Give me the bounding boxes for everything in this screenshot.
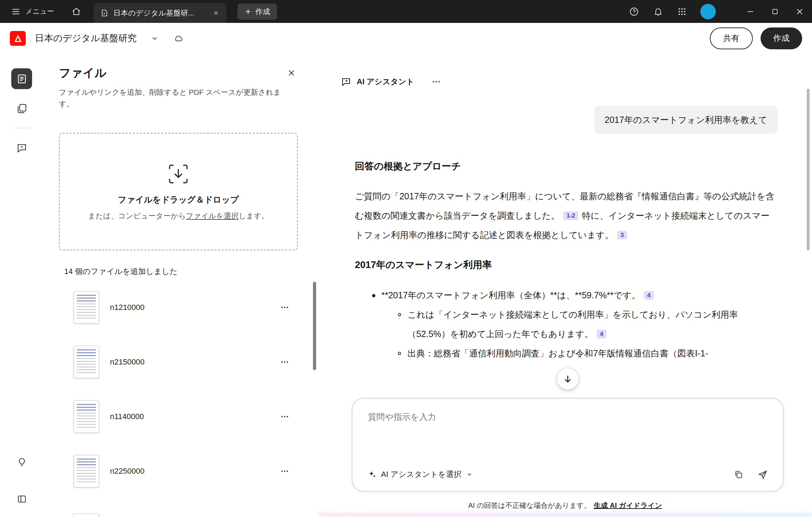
copy-icon xyxy=(734,470,743,479)
titlebar: メニュー 日本のデジタル基盤研... 作成 xyxy=(0,0,812,23)
file-row[interactable]: n2250000 xyxy=(59,444,298,498)
citation-badge[interactable]: 4 xyxy=(644,291,653,300)
select-file-link[interactable]: ファイルを選択 xyxy=(186,212,238,220)
send-button[interactable] xyxy=(756,468,769,481)
citation-badge[interactable]: 1-2 xyxy=(563,211,578,220)
ai-assistant-icon xyxy=(341,76,351,87)
notifications-button[interactable] xyxy=(652,0,664,23)
prompt-actions xyxy=(732,468,769,481)
files-icon xyxy=(16,73,27,85)
files-panel: ファイル ファイルやリンクを追加、削除すると PDF スペースが更新されます。 … xyxy=(43,54,318,517)
assistant-more-button[interactable] xyxy=(429,75,443,89)
citation-badge[interactable]: 3 xyxy=(617,231,627,239)
file-thumbnail xyxy=(74,513,99,517)
ai-assistant-label: AI アシスタント xyxy=(357,76,414,87)
help-button[interactable] xyxy=(628,0,640,23)
ai-guidelines-link[interactable]: 生成 AI ガイドライン xyxy=(594,502,662,509)
close-icon xyxy=(795,7,804,16)
window-close-button[interactable] xyxy=(787,0,812,23)
home-icon xyxy=(72,7,81,16)
document-toolbar: 日本のデジタル基盤研究 共有 作成 xyxy=(0,23,812,54)
files-panel-header: ファイル xyxy=(59,65,298,81)
panel-toggle-icon xyxy=(17,494,27,504)
chat-transcript: 2017年のスマートフォン利用率を教えて 回答の根拠とアプローチ ご質問の「20… xyxy=(355,106,778,363)
answer-sub-bullet-text: 出典：総務省「通信利用動向調査」および令和7年版情報通信白書（図表Ⅰ-1- xyxy=(407,348,708,358)
menu-button[interactable]: メニュー xyxy=(8,0,57,23)
file-name: n2150000 xyxy=(110,357,144,367)
file-name: n1210000 xyxy=(110,303,144,312)
bullet-marker xyxy=(372,294,375,297)
more-dots-icon xyxy=(280,412,289,421)
home-button[interactable] xyxy=(68,0,85,23)
answer-bullet-list: **2017年のスマートフォン利用率（全体）**は、**59.7%**です。4 … xyxy=(355,286,778,363)
apps-grid-button[interactable] xyxy=(676,0,688,23)
file-thumbnail xyxy=(74,455,99,487)
titlebar-right-cluster xyxy=(628,0,812,23)
files-panel-scrollbar[interactable] xyxy=(313,282,316,370)
dropzone-sub-suffix: します。 xyxy=(239,212,269,220)
files-panel-title: ファイル xyxy=(59,65,106,81)
document-tab[interactable]: 日本のデジタル基盤研... xyxy=(94,3,226,23)
file-row[interactable]: n1210000 xyxy=(59,280,298,335)
answer-bullet-main-text: **2017年のスマートフォン利用率（全体）**は、**59.7%**です。 xyxy=(381,290,640,300)
tab-close-button[interactable] xyxy=(211,8,221,18)
main-scrollbar[interactable] xyxy=(807,89,810,250)
new-tab-label: 作成 xyxy=(255,7,270,17)
maximize-icon xyxy=(771,8,779,15)
create-label: 作成 xyxy=(773,33,789,44)
share-button[interactable]: 共有 xyxy=(710,27,753,49)
citation-badge[interactable]: 4 xyxy=(597,330,606,338)
file-list: n1210000 n2150000 n1140000 xyxy=(59,280,298,498)
rail-pages-button[interactable] xyxy=(11,98,32,119)
pages-icon xyxy=(16,103,27,114)
copy-prompt-button[interactable] xyxy=(732,468,745,481)
file-dropzone[interactable]: ファイルをドラッグ＆ドロップ または、コンピューターからファイルを選択します。 xyxy=(59,133,298,250)
window-maximize-button[interactable] xyxy=(763,0,787,23)
answer-heading-rate: 2017年のスマートフォン利用率 xyxy=(355,258,778,272)
more-dots-icon xyxy=(431,77,441,87)
new-tab-create-button[interactable]: 作成 xyxy=(238,4,277,20)
files-panel-close-button[interactable] xyxy=(285,67,298,79)
assistant-select-label: AI アシスタントを選択 xyxy=(381,469,462,480)
chevron-down-icon xyxy=(466,471,473,478)
ai-assistant-header: AI アシスタント xyxy=(341,75,443,89)
file-more-button[interactable] xyxy=(277,355,292,369)
prompt-input[interactable] xyxy=(368,412,768,422)
prompt-input-card: AI アシスタントを選択 xyxy=(352,398,784,492)
dropzone-sub-prefix: または、コンピューターから xyxy=(88,212,186,220)
rail-divider xyxy=(13,128,31,128)
file-more-button[interactable] xyxy=(277,464,292,479)
answer-sub-bullet: 出典：総務省「通信利用動向調査」および令和7年版情報通信白書（図表Ⅰ-1- xyxy=(398,344,778,363)
acrobat-logo-icon xyxy=(10,31,26,46)
file-more-button[interactable] xyxy=(277,409,292,424)
answer-sub-bullet-text: これは「インターネット接続端末としての利用率」を示しており、パソコン利用率（52… xyxy=(407,310,738,339)
scroll-to-bottom-button[interactable] xyxy=(557,368,578,390)
document-title-menu-button[interactable] xyxy=(149,32,161,44)
file-row[interactable]: n2150000 xyxy=(59,335,298,389)
account-avatar[interactable] xyxy=(700,0,716,23)
dropzone-title: ファイルをドラッグ＆ドロップ xyxy=(118,194,239,205)
more-dots-icon xyxy=(280,467,289,476)
sub-bullet-marker xyxy=(398,313,401,316)
rail-files-button[interactable] xyxy=(11,68,32,89)
close-icon xyxy=(287,69,296,77)
chevron-down-icon xyxy=(151,35,159,42)
files-panel-description: ファイルやリンクを追加、削除すると PDF スペースが更新されます。 xyxy=(59,86,290,110)
file-more-button[interactable] xyxy=(277,300,292,315)
create-button[interactable]: 作成 xyxy=(761,27,802,49)
cloud-save-button[interactable] xyxy=(171,31,185,45)
document-title: 日本のデジタル基盤研究 xyxy=(35,32,137,44)
answer-bullet-main: **2017年のスマートフォン利用率（全体）**は、**59.7%**です。4 xyxy=(371,286,778,305)
ai-assistant-area: AI アシスタント 2017年のスマートフォン利用率を教えて 回答の根拠とアプロ… xyxy=(318,54,812,517)
sparkle-icon xyxy=(368,470,376,479)
acrobat-window: メニュー 日本のデジタル基盤研... 作成 xyxy=(0,0,812,517)
rail-panel-toggle-button[interactable] xyxy=(11,488,32,509)
file-drop-icon xyxy=(167,162,190,186)
lightbulb-icon xyxy=(17,457,27,468)
window-minimize-button[interactable] xyxy=(738,0,763,23)
minimize-icon xyxy=(746,7,755,16)
file-row[interactable]: n1140000 xyxy=(59,389,298,444)
rail-tips-button[interactable] xyxy=(11,452,32,473)
rail-ai-assistant-button[interactable] xyxy=(11,137,32,158)
assistant-select-button[interactable]: AI アシスタントを選択 xyxy=(365,467,475,482)
